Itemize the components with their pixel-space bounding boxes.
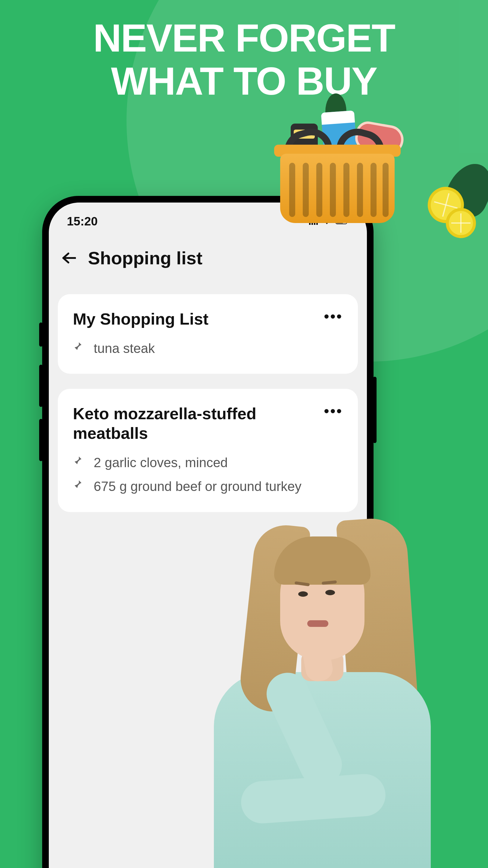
card-header: Keto mozzarella-stuffed meatballs ••• (73, 404, 343, 443)
pin-icon (73, 341, 83, 353)
shopping-list-card[interactable]: Keto mozzarella-stuffed meatballs ••• 2 … (58, 389, 358, 512)
list-item[interactable]: 675 g ground beef or ground turkey (73, 477, 343, 495)
list-item[interactable]: 2 garlic cloves, minced (73, 454, 343, 471)
headline-line1: NEVER FORGET (0, 17, 488, 60)
card-title: Keto mozzarella-stuffed meatballs (73, 404, 289, 443)
back-arrow-icon[interactable] (61, 249, 76, 268)
item-text: tuna steak (94, 339, 155, 357)
basket-body (280, 154, 395, 223)
card-title: My Shopping List (73, 309, 208, 329)
list-item[interactable]: tuna steak (73, 339, 343, 357)
app-header: Shopping list (49, 234, 367, 282)
phone-side-button (39, 322, 43, 347)
more-menu-icon[interactable]: ••• (324, 309, 343, 324)
pin-icon (73, 455, 83, 468)
item-text: 2 garlic cloves, minced (94, 454, 228, 471)
thinking-person-illustration (199, 506, 446, 868)
phone-side-button (373, 377, 377, 443)
status-time: 15:20 (67, 215, 98, 228)
shopping-list-card[interactable]: My Shopping List ••• tuna steak (58, 294, 358, 374)
item-text: 675 g ground beef or ground turkey (94, 477, 301, 495)
phone-side-button (39, 419, 43, 461)
content-area: My Shopping List ••• tuna steak Keto moz… (49, 282, 367, 539)
grocery-basket-illustration (265, 102, 416, 223)
phone-side-button (39, 365, 43, 407)
card-header: My Shopping List ••• (73, 309, 343, 329)
more-menu-icon[interactable]: ••• (324, 404, 343, 418)
headline-line2: WHAT TO BUY (0, 60, 488, 103)
pin-icon (73, 478, 83, 492)
lemon-slice-icon (446, 208, 476, 238)
page-title: Shopping list (88, 248, 202, 269)
promo-headline: NEVER FORGET WHAT TO BUY (0, 17, 488, 103)
